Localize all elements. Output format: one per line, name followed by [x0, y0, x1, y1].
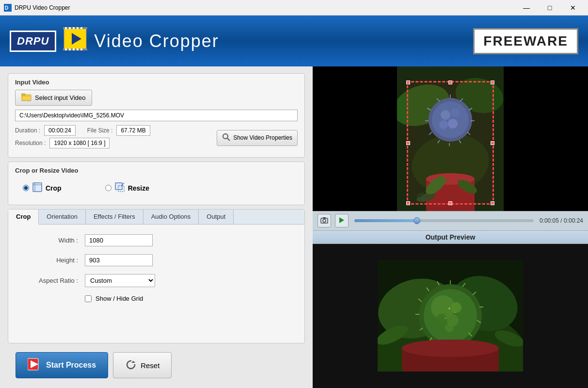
svg-rect-11 — [69, 48, 71, 50]
svg-rect-17 — [21, 94, 25, 96]
show-props-label: Show Video Properties — [233, 134, 292, 141]
input-video-section: Input Video Select input Video Duration … — [8, 73, 305, 158]
reset-icon — [125, 359, 137, 372]
height-input[interactable] — [85, 254, 153, 266]
resize-radio-label[interactable]: Resize — [105, 182, 149, 194]
app-icon: D — [4, 4, 12, 12]
height-label: Height : — [20, 257, 78, 264]
show-hide-grid-row: Show / Hide Grid — [85, 295, 293, 302]
svg-rect-8 — [77, 27, 79, 29]
magnifier-icon — [222, 133, 231, 143]
tab-effects-filters[interactable]: Effects / Filters — [86, 210, 143, 224]
app-title: Video Cropper — [94, 31, 219, 51]
height-row: Height : — [20, 254, 293, 266]
svg-text:D: D — [5, 5, 8, 11]
svg-rect-12 — [73, 48, 75, 50]
svg-point-92 — [448, 307, 450, 309]
svg-point-50 — [448, 119, 458, 129]
progress-bar[interactable] — [354, 219, 534, 222]
svg-rect-21 — [33, 183, 42, 192]
camera-icon — [320, 217, 328, 225]
svg-point-93 — [455, 312, 456, 313]
play-button[interactable] — [335, 214, 349, 227]
output-preview-svg — [378, 260, 523, 372]
titlebar: D DRPU Video Cropper — □ ✕ — [0, 0, 588, 16]
tab-output[interactable]: Output — [199, 210, 234, 224]
drpu-logo: DRPU — [10, 31, 56, 52]
progress-fill — [354, 219, 417, 222]
maximize-button[interactable]: □ — [539, 0, 561, 16]
crop-resize-title: Crop or Resize Video — [15, 167, 298, 174]
main-content: Input Video Select input Video Duration … — [0, 66, 588, 388]
svg-rect-10 — [65, 48, 67, 50]
svg-marker-61 — [339, 217, 344, 223]
svg-rect-5 — [65, 27, 67, 29]
video-preview-top — [313, 66, 588, 211]
output-preview-area — [313, 244, 588, 388]
reset-label: Reset — [141, 361, 159, 370]
close-button[interactable]: ✕ — [562, 0, 584, 16]
aspect-ratio-row: Aspect Ratio : Custom 16:9 4:3 1:1 9:16 — [20, 274, 293, 287]
time-display: 0:00:05 / 0:00:24 — [540, 217, 583, 224]
play-icon — [339, 217, 345, 225]
svg-rect-13 — [77, 48, 79, 50]
tab-crop[interactable]: Crop — [8, 210, 39, 225]
width-row: Width : — [20, 234, 293, 246]
aspect-ratio-select[interactable]: Custom 16:9 4:3 1:1 9:16 — [85, 274, 155, 287]
aspect-ratio-label: Aspect Ratio : — [20, 277, 78, 284]
right-panel: 0:00:05 / 0:00:24 Output Preview — [313, 66, 588, 388]
duration-value: 00:00:24 — [44, 125, 76, 136]
crop-icon — [32, 182, 43, 194]
svg-point-59 — [323, 219, 326, 222]
resolution-label: Resolution : — [15, 140, 46, 146]
filesize-value: 67.72 MB — [116, 125, 150, 136]
tab-audio-options[interactable]: Audio Options — [143, 210, 199, 224]
crop-label: Crop — [46, 184, 62, 192]
svg-marker-29 — [131, 361, 135, 363]
svg-point-48 — [441, 110, 450, 120]
video-canvas — [313, 66, 588, 211]
video-content-svg — [397, 66, 504, 211]
file-path-input[interactable] — [15, 110, 298, 121]
svg-rect-9 — [80, 27, 82, 29]
input-video-title: Input Video — [15, 79, 298, 86]
show-video-properties-button[interactable]: Show Video Properties — [217, 130, 298, 146]
video-frame — [397, 66, 504, 211]
progress-thumb[interactable] — [413, 217, 420, 224]
svg-point-94 — [445, 318, 446, 319]
crop-radio-label[interactable]: Crop — [23, 182, 62, 194]
duration-label: Duration : — [15, 127, 40, 134]
svg-rect-24 — [115, 183, 122, 190]
svg-rect-60 — [323, 217, 326, 219]
reset-button[interactable]: Reset — [113, 352, 172, 378]
resize-radio[interactable] — [105, 185, 111, 191]
minimize-button[interactable]: — — [515, 0, 538, 16]
playback-controls: 0:00:05 / 0:00:24 — [313, 211, 588, 230]
crop-tab-content: Width : Height : Aspect Ratio : Custom 1… — [8, 225, 304, 312]
svg-line-20 — [227, 138, 230, 141]
freeware-badge: FREEWARE — [473, 28, 578, 54]
select-input-video-button[interactable]: Select input Video — [15, 90, 92, 106]
width-input[interactable] — [85, 234, 153, 246]
folder-open-icon — [21, 93, 32, 103]
left-panel: Input Video Select input Video Duration … — [0, 66, 313, 388]
output-preview-label: Output Preview — [313, 230, 588, 244]
select-btn-label: Select input Video — [35, 94, 86, 101]
show-hide-grid-checkbox[interactable] — [85, 295, 92, 302]
bottom-buttons: Start Process Reset — [8, 347, 305, 383]
banner-video-icon — [63, 24, 87, 58]
snapshot-button[interactable] — [318, 214, 331, 227]
tabs-header: Crop Orientation Effects / Filters Audio… — [8, 210, 304, 225]
width-label: Width : — [20, 237, 78, 244]
svg-rect-6 — [69, 27, 71, 29]
svg-rect-18 — [22, 96, 31, 100]
show-hide-grid-label: Show / Hide Grid — [95, 295, 143, 302]
window-controls: — □ ✕ — [515, 0, 584, 16]
svg-point-87 — [445, 323, 454, 332]
tabs-container: Crop Orientation Effects / Filters Audio… — [8, 209, 305, 343]
banner: DRPU Video Cropper FREEWARE — [0, 16, 588, 66]
tab-orientation[interactable]: Orientation — [39, 210, 86, 224]
resize-icon — [114, 182, 125, 194]
start-process-button[interactable]: Start Process — [16, 352, 108, 378]
crop-radio[interactable] — [23, 185, 29, 191]
